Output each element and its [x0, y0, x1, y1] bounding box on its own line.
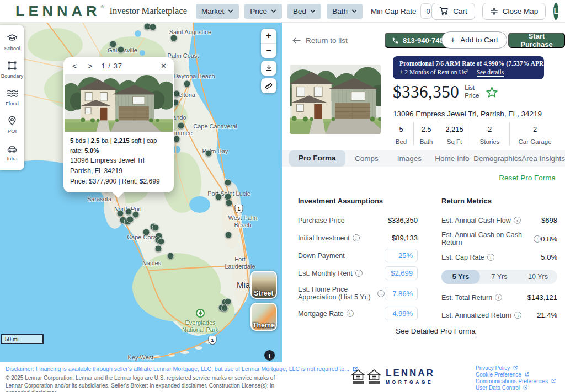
- poi-pin-icon: [7, 115, 18, 126]
- lennar-logo: LENNAR®: [15, 4, 104, 18]
- info-icon[interactable]: i: [353, 234, 360, 241]
- user-data-control-link[interactable]: User Data Control: [476, 384, 556, 391]
- info-icon[interactable]: i: [347, 310, 354, 317]
- map-measure-button[interactable]: [261, 78, 276, 93]
- period-5yrs[interactable]: 5 Yrs: [441, 270, 480, 284]
- see-details-link[interactable]: See details: [477, 69, 504, 77]
- period-7yrs[interactable]: 7 Yrs: [480, 270, 519, 284]
- tab-images[interactable]: Images: [388, 154, 431, 163]
- info-icon[interactable]: i: [534, 235, 541, 243]
- chevron-down-icon: [228, 9, 233, 13]
- layer-toggle-poi[interactable]: POI: [0, 111, 24, 138]
- property-marker[interactable]: [173, 90, 180, 98]
- info-icon[interactable]: i: [514, 217, 521, 224]
- equal-housing-icons: [351, 369, 381, 384]
- top-navbar: LENNAR® Investor Marketplace Market Pric…: [0, 0, 565, 23]
- property-marker[interactable]: [173, 136, 180, 143]
- layer-toggle-flood[interactable]: Flood: [0, 83, 24, 111]
- bath-filter-dropdown[interactable]: Bath: [327, 4, 363, 19]
- property-marker[interactable]: [127, 216, 134, 223]
- market-filter-dropdown[interactable]: Market: [196, 4, 239, 19]
- favorite-star-icon[interactable]: [486, 86, 498, 99]
- user-avatar[interactable]: L: [553, 3, 558, 20]
- zoom-in-button[interactable]: +: [261, 29, 276, 43]
- property-marker[interactable]: [225, 298, 232, 305]
- map-style-street-button[interactable]: Street: [250, 271, 277, 299]
- tab-pro-forma[interactable]: Pro Forma: [289, 150, 345, 167]
- info-icon[interactable]: i: [495, 294, 502, 301]
- lennar-mortgage-logo: LENNAR MORTGAGE: [351, 368, 435, 385]
- property-marker[interactable]: [150, 24, 157, 31]
- mortgage-rate-input[interactable]: [385, 307, 418, 320]
- appreciation-input[interactable]: [385, 287, 418, 300]
- property-marker[interactable]: [125, 208, 132, 216]
- external-link-icon: [523, 385, 527, 390]
- property-marker[interactable]: [118, 46, 125, 53]
- page-footer: Disclaimer: Financing is available throu…: [0, 362, 565, 392]
- tab-comps[interactable]: Comps: [345, 154, 388, 163]
- tab-area-insights[interactable]: Area Insights: [521, 154, 565, 163]
- layer-toggle-school[interactable]: School: [0, 28, 24, 56]
- price-filter-dropdown[interactable]: Price: [244, 4, 282, 19]
- reset-pro-forma-link[interactable]: Reset Pro Forma: [499, 174, 556, 182]
- info-icon[interactable]: i: [514, 312, 521, 319]
- layer-toggle-boundary[interactable]: Boundary: [0, 56, 24, 83]
- tab-home-info[interactable]: Home Info: [431, 154, 474, 163]
- return-to-list-link[interactable]: Return to list: [292, 36, 348, 45]
- cookie-preference-link[interactable]: Cookie Preference: [476, 371, 556, 378]
- cart-button[interactable]: Cart: [431, 3, 475, 20]
- min-cap-rate-input[interactable]: [421, 4, 431, 18]
- property-marker[interactable]: [225, 232, 232, 239]
- return-metrics: Return Metrics Est. Annual Cash Flowi$69…: [441, 197, 557, 322]
- disclaimer-link[interactable]: Disclaimer: Financing is available throu…: [6, 366, 358, 372]
- property-marker[interactable]: [143, 229, 150, 236]
- property-marker[interactable]: [155, 245, 162, 253]
- property-marker[interactable]: [158, 238, 165, 245]
- info-icon[interactable]: i: [377, 290, 385, 297]
- property-marker[interactable]: [221, 305, 228, 312]
- zoom-out-button[interactable]: −: [261, 44, 276, 58]
- add-to-cart-button[interactable]: +Add to Cart: [441, 31, 507, 49]
- map-info-button[interactable]: i: [264, 350, 275, 361]
- start-purchase-button[interactable]: Start Purchase: [508, 33, 565, 48]
- popup-house-photo[interactable]: [65, 74, 173, 132]
- property-marker[interactable]: [170, 35, 178, 42]
- property-marker[interactable]: [184, 80, 191, 88]
- map-download-button[interactable]: [261, 61, 276, 76]
- info-icon[interactable]: i: [355, 270, 363, 277]
- property-marker[interactable]: [205, 150, 212, 157]
- property-marker[interactable]: [215, 194, 222, 201]
- min-cap-rate-label: Min Cap Rate: [371, 7, 417, 15]
- route-shield: 1: [235, 205, 243, 213]
- map-style-theme-button[interactable]: Theme: [250, 303, 277, 331]
- property-photo[interactable]: [290, 65, 381, 134]
- property-marker[interactable]: [110, 41, 117, 48]
- monthly-rent-input[interactable]: [385, 266, 418, 280]
- popup-next-button[interactable]: >: [86, 62, 94, 71]
- layer-toggle-infra[interactable]: Infra: [0, 138, 24, 166]
- stat-bed: 5Bed: [389, 122, 413, 145]
- privacy-policy-link[interactable]: Privacy Policy: [476, 364, 556, 371]
- collapse-map-icon: [490, 7, 498, 15]
- property-marker[interactable]: [226, 200, 233, 207]
- popup-summary: 5 bds | 2.5 ba | 2,215 sqft | cap rate: …: [70, 136, 167, 155]
- property-marker[interactable]: [225, 179, 232, 186]
- info-icon[interactable]: i: [487, 254, 494, 261]
- popup-prev-button[interactable]: <: [71, 62, 78, 71]
- property-marker[interactable]: [167, 253, 174, 260]
- down-payment-input[interactable]: [385, 249, 418, 262]
- plus-icon: +: [450, 35, 455, 45]
- communications-preferences-link[interactable]: Communications Preferences: [476, 378, 556, 384]
- chevron-down-icon: [271, 9, 276, 13]
- popup-close-icon[interactable]: ✕: [161, 62, 167, 70]
- tab-demographics[interactable]: Demographics: [473, 154, 521, 163]
- close-map-button[interactable]: Close Map: [482, 3, 546, 20]
- property-marker[interactable]: [178, 122, 185, 130]
- stat-garage: 2Car Garage: [509, 122, 560, 145]
- period-10yrs[interactable]: 10 Yrs: [519, 270, 557, 284]
- map-scale-bar: 50 mi: [1, 334, 44, 344]
- map-canvas[interactable]: Saint AugustineGainesvillePalm CoastDayt…: [0, 23, 282, 362]
- see-detailed-pro-forma-link[interactable]: See Detailed Pro Forma: [396, 327, 476, 337]
- bed-filter-dropdown[interactable]: Bed: [287, 4, 321, 19]
- property-marker[interactable]: [152, 224, 159, 232]
